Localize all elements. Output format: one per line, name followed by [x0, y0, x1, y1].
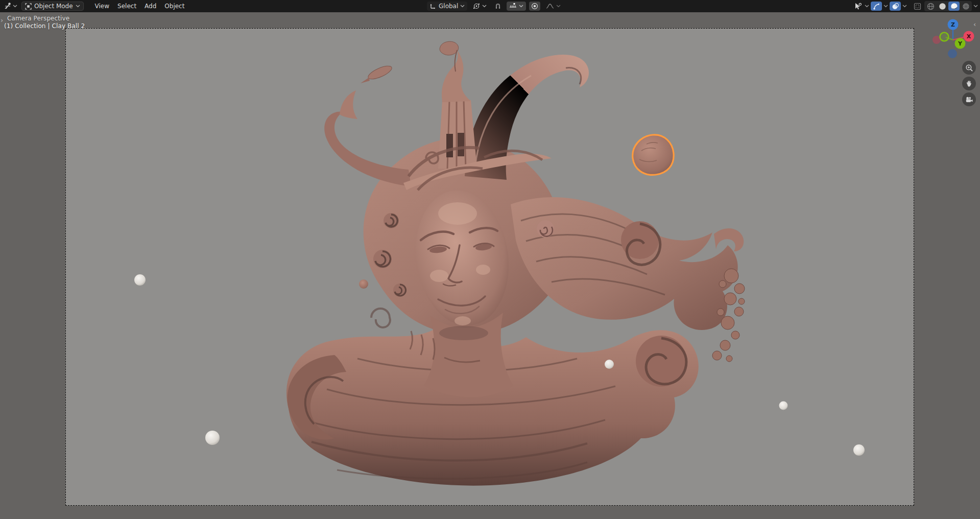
- pan-hand-icon: [965, 80, 973, 88]
- rendered-shading-icon: [962, 3, 970, 10]
- shading-wireframe-button[interactable]: [925, 2, 936, 11]
- show-gizmo-button[interactable]: [871, 2, 882, 11]
- sculpture-rose: [537, 220, 554, 238]
- object-type-visibility-button[interactable]: [853, 2, 863, 11]
- proportional-falloff-icon: [546, 3, 554, 10]
- gizmo-axis-y[interactable]: Y: [955, 38, 966, 49]
- proportional-falloff-dropdown[interactable]: [543, 2, 563, 11]
- context-path-label: (1) Collection | Clay Ball 2: [4, 22, 85, 30]
- snap-increment-icon: [509, 3, 517, 10]
- mode-selector[interactable]: Object Mode: [21, 2, 84, 11]
- camera-view-icon: [965, 96, 973, 104]
- gizmo-axis-neg-y[interactable]: [940, 33, 949, 41]
- editor-type-selector[interactable]: [3, 2, 18, 11]
- chevron-down-icon: [556, 5, 561, 8]
- toolbar-toggle-chevron[interactable]: ›: [1, 16, 3, 24]
- menubar: View Select Add Object: [91, 2, 189, 11]
- chevron-down-icon[interactable]: [865, 5, 869, 8]
- snap-magnet-icon: [494, 3, 501, 10]
- solid-shading-icon: [939, 3, 946, 10]
- wireframe-shading-icon: [927, 3, 935, 10]
- shading-solid-button[interactable]: [937, 2, 948, 11]
- object-mode-icon: [25, 3, 32, 10]
- shading-mode-group: [924, 1, 972, 11]
- pivot-point-dropdown[interactable]: [470, 2, 489, 11]
- selected-clay-ball[interactable]: [633, 135, 674, 175]
- proportional-editing-button[interactable]: [529, 2, 540, 11]
- transform-orientation-label: Global: [439, 3, 458, 10]
- snap-toggle-button[interactable]: [492, 2, 504, 11]
- header-right-group: [853, 0, 978, 12]
- pan-button[interactable]: [962, 77, 976, 90]
- zoom-button[interactable]: [962, 61, 976, 75]
- show-gizmo-icon: [873, 3, 880, 10]
- chevron-down-icon: [76, 5, 80, 8]
- shading-rendered-button[interactable]: [960, 2, 971, 11]
- proportional-editing-icon: [531, 3, 538, 10]
- chevron-down-icon[interactable]: [883, 5, 888, 8]
- chevron-down-icon[interactable]: [902, 5, 907, 8]
- gizmo-axis-z[interactable]: Z: [948, 19, 959, 30]
- svg-text:Y: Y: [958, 40, 963, 47]
- show-overlays-button[interactable]: [890, 2, 901, 11]
- view-name-label: Camera Perspective: [7, 15, 69, 22]
- material-preview-shading-icon: [950, 3, 958, 10]
- chevron-down-icon: [482, 5, 487, 8]
- chevron-down-icon[interactable]: [973, 5, 978, 8]
- chevron-down-icon: [519, 5, 523, 8]
- gizmo-axis-neg-z[interactable]: [948, 49, 957, 58]
- shading-material-preview-button[interactable]: [948, 2, 960, 11]
- object-type-visibility-icon: [854, 3, 862, 10]
- toggle-xray-button[interactable]: [912, 2, 923, 11]
- mode-selector-label: Object Mode: [34, 3, 73, 10]
- sculpture-hair-flow: [511, 197, 738, 330]
- chevron-down-icon: [460, 5, 465, 8]
- menu-add[interactable]: Add: [140, 2, 160, 11]
- viewport-header: Object Mode View Select Add Object Globa…: [0, 0, 980, 12]
- transform-orientation-dropdown[interactable]: Global: [427, 2, 467, 11]
- blender-window: { "header": { "editor": { "icon": "edito…: [0, 0, 980, 519]
- viewport-3d[interactable]: [0, 0, 980, 519]
- clay-sculpture[interactable]: [286, 50, 745, 486]
- toggle-xray-icon: [914, 3, 921, 10]
- header-left-group: Object Mode View Select Add Object: [0, 2, 188, 11]
- zoom-icon: [965, 64, 973, 72]
- svg-text:X: X: [967, 33, 971, 40]
- menu-select[interactable]: Select: [113, 2, 140, 11]
- menu-view[interactable]: View: [91, 2, 113, 11]
- menu-object[interactable]: Object: [160, 2, 188, 11]
- camera-view-button[interactable]: [962, 92, 976, 106]
- snap-target-dropdown[interactable]: [507, 2, 526, 11]
- transform-orientation-icon: [429, 3, 437, 10]
- chevron-down-icon: [13, 5, 17, 8]
- show-overlays-icon: [892, 3, 899, 10]
- gizmo-axis-x[interactable]: X: [964, 31, 974, 42]
- navigation-gizmo[interactable]: Z X Y: [931, 17, 974, 60]
- svg-text:Z: Z: [951, 21, 955, 28]
- pivot-point-icon: [473, 3, 480, 10]
- editor-3d-viewport-icon: [4, 2, 12, 10]
- header-center-group: Global: [427, 0, 563, 12]
